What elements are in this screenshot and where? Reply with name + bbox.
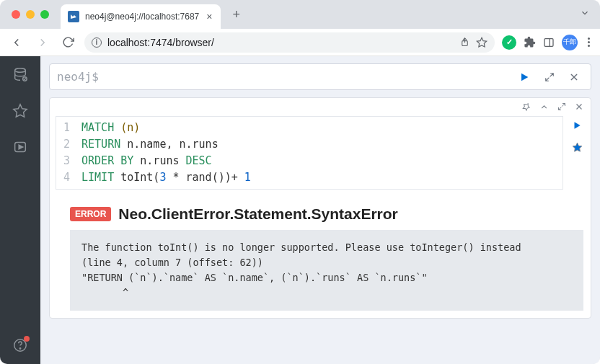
window-maximize-button[interactable] — [40, 10, 49, 19]
error-header: ERROR Neo.ClientError.Statement.SyntaxEr… — [70, 205, 585, 223]
svg-point-10 — [19, 348, 20, 349]
browser-toolbar: i localhost:7474/browser/ ✓ 千郎 — [0, 29, 600, 56]
tab-dropdown-icon[interactable] — [580, 8, 590, 21]
main-panel: neo4j$ 1234 MATCH (n) RETURN n.name, n.r… — [40, 56, 600, 364]
browser-menu-icon[interactable] — [585, 37, 593, 47]
app-sidebar — [0, 56, 40, 364]
pin-icon[interactable] — [521, 102, 531, 112]
close-icon[interactable] — [565, 72, 583, 82]
browser-tab[interactable]: neo4j@neo4j://localhost:7687 × — [61, 4, 221, 29]
tab-title: neo4j@neo4j://localhost:7687 — [85, 12, 199, 22]
window-minimize-button[interactable] — [26, 10, 35, 19]
extension-badge[interactable]: ✓ — [502, 35, 516, 50]
database-icon[interactable] — [12, 66, 29, 84]
error-badge: ERROR — [70, 207, 111, 221]
line-gutter: 1234 — [56, 117, 76, 189]
bookmark-star-icon[interactable] — [476, 37, 488, 48]
new-tab-button[interactable]: + — [226, 4, 246, 25]
svg-marker-6 — [14, 105, 27, 117]
collapse-icon[interactable] — [539, 102, 549, 112]
reload-button[interactable] — [59, 33, 77, 51]
back-button[interactable] — [7, 33, 26, 52]
favorite-icon[interactable] — [572, 142, 583, 156]
extensions-icon[interactable] — [524, 36, 536, 48]
titlebar: neo4j@neo4j://localhost:7687 × + — [0, 0, 600, 29]
profile-avatar[interactable]: 千郎 — [562, 35, 578, 50]
forward-button[interactable] — [33, 33, 52, 52]
tab-close-icon[interactable]: × — [205, 11, 213, 22]
sidepanel-icon[interactable] — [543, 37, 555, 48]
error-title: Neo.ClientError.Statement.SyntaxError — [118, 205, 397, 223]
code-content: MATCH (n) RETURN n.name, n.runs ORDER BY… — [76, 117, 257, 189]
window-close-button[interactable] — [12, 10, 20, 19]
favorites-icon[interactable] — [12, 102, 29, 120]
frame-side-actions — [563, 116, 591, 190]
svg-marker-16 — [575, 122, 581, 128]
svg-marker-11 — [521, 73, 528, 81]
error-message: The function toInt() is no longer suppor… — [70, 230, 583, 311]
rerun-icon[interactable] — [572, 120, 582, 133]
url-text: localhost:7474/browser/ — [107, 37, 454, 48]
run-button[interactable] — [514, 71, 534, 83]
site-info-icon[interactable]: i — [92, 37, 102, 48]
help-icon[interactable] — [12, 337, 29, 354]
address-bar[interactable]: i localhost:7474/browser/ — [84, 32, 495, 53]
tab-favicon — [68, 11, 79, 22]
result-frame: 1234 MATCH (n) RETURN n.name, n.runs ORD… — [49, 97, 591, 319]
guides-icon[interactable] — [12, 138, 29, 156]
svg-rect-2 — [544, 38, 553, 46]
command-bar: neo4j$ — [49, 63, 591, 90]
svg-marker-1 — [477, 37, 486, 47]
expand-icon[interactable] — [540, 72, 559, 82]
prompt-input[interactable]: neo4j$ — [57, 70, 508, 84]
traffic-lights — [12, 10, 49, 19]
frame-close-icon[interactable] — [575, 102, 583, 112]
fullscreen-icon[interactable] — [557, 102, 566, 112]
frame-toolbar — [50, 98, 591, 116]
svg-marker-8 — [19, 145, 23, 149]
svg-marker-17 — [573, 143, 582, 151]
svg-point-4 — [15, 68, 26, 73]
share-icon[interactable] — [459, 37, 470, 48]
neo4j-app: neo4j$ 1234 MATCH (n) RETURN n.name, n.r… — [0, 56, 600, 364]
code-editor[interactable]: 1234 MATCH (n) RETURN n.name, n.runs ORD… — [56, 116, 563, 190]
browser-window: neo4j@neo4j://localhost:7687 × + i local… — [0, 0, 600, 364]
